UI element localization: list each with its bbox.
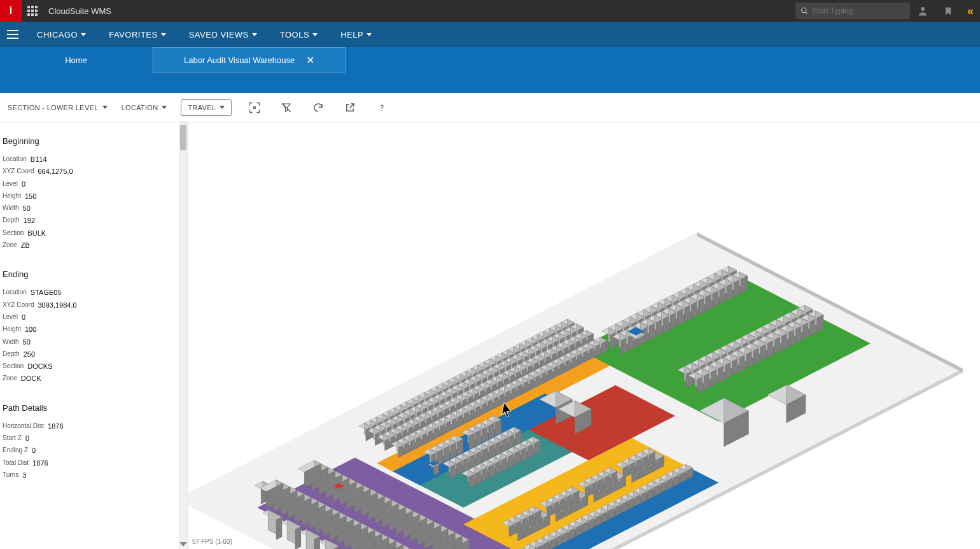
detail-value: 0 (22, 180, 25, 189)
detail-value: 250 (24, 350, 35, 359)
help-icon[interactable] (373, 99, 391, 117)
section-path-title: Path Details (3, 403, 181, 413)
detail-label: Section (3, 229, 24, 238)
warehouse-3d-viewport[interactable]: 57 FPS (1-60) (188, 122, 980, 549)
panel-scrollbar[interactable] (179, 122, 188, 549)
open-external-icon[interactable] (341, 99, 359, 117)
detail-label: Total Dist (3, 459, 29, 467)
detail-label: Turns (3, 471, 18, 480)
detail-value: 3 (22, 471, 26, 480)
svg-marker-899 (489, 423, 494, 439)
detail-row: Height100 (3, 325, 181, 334)
svg-marker-878 (437, 449, 443, 466)
svg-marker-890 (469, 433, 475, 450)
hamburger-menu-icon[interactable] (0, 34, 25, 35)
tab-label: Labor Audit Visual Warehouse (184, 55, 295, 65)
detail-label: Ending Z (3, 446, 28, 455)
svg-marker-887 (457, 439, 463, 455)
detail-row: Ending Z0 (3, 446, 181, 455)
detail-row: Horizontal Dist1876 (3, 422, 181, 431)
detail-value: 150 (25, 192, 36, 201)
detail-label: Width (3, 338, 19, 346)
dropdown-section[interactable]: SECTION - LOWER LEVEL (8, 104, 108, 111)
detail-row: Level0 (3, 180, 181, 189)
detail-row: Total Dist1876 (3, 459, 181, 467)
svg-point-3 (254, 106, 256, 108)
svg-line-1 (806, 12, 808, 14)
detail-row: Width50 (3, 338, 181, 346)
detail-row: Width50 (3, 204, 181, 213)
svg-point-0 (802, 8, 806, 12)
svg-marker-893 (475, 429, 481, 446)
detail-label: XYZ Coord (3, 167, 34, 176)
detail-value: 664,1275,0 (38, 167, 73, 176)
svg-marker-881 (444, 446, 450, 462)
detail-value: 0 (25, 434, 29, 443)
detail-label: Location (3, 155, 27, 164)
search-input[interactable] (812, 6, 905, 15)
app-launcher-icon[interactable] (22, 6, 43, 16)
search-icon (801, 6, 808, 15)
detail-row: Height150 (3, 192, 181, 201)
detail-row: LocationB114 (3, 155, 181, 164)
detail-value: 100 (25, 325, 36, 334)
detail-value: 3093,1984,0 (38, 301, 76, 310)
filter-off-icon[interactable] (277, 99, 295, 117)
bookmark-icon[interactable] (935, 5, 961, 17)
detail-value: 50 (23, 338, 31, 346)
global-search[interactable] (795, 3, 910, 19)
detail-row: Turns3 (3, 471, 181, 480)
section-beginning-title: Beginning (3, 136, 181, 146)
detail-row: ZoneZB (3, 241, 181, 250)
section-ending-title: Ending (3, 269, 181, 279)
app-logo[interactable]: i (0, 0, 22, 22)
detail-label: Height (3, 192, 21, 201)
svg-point-2 (921, 7, 925, 11)
focus-icon[interactable] (246, 99, 263, 117)
refresh-icon[interactable] (309, 99, 327, 117)
detail-label: XYZ Coord (3, 301, 34, 310)
app-title: CloudSuite WMS (48, 6, 111, 16)
detail-value: 0 (22, 313, 25, 322)
detail-row: Level0 (3, 313, 181, 322)
detail-value: BULK (27, 229, 46, 238)
detail-value: ZB (21, 241, 30, 250)
svg-marker-896 (482, 426, 487, 443)
tab-labor-audit[interactable]: Labor Audit Visual Warehouse ✕ (153, 47, 346, 73)
user-icon[interactable] (910, 5, 935, 17)
close-icon[interactable]: ✕ (306, 54, 314, 66)
dropdown-travel[interactable]: TRAVEL (181, 99, 232, 116)
detail-label: Depth (3, 350, 20, 359)
svg-marker-869 (295, 527, 301, 549)
detail-label: Start Z (3, 434, 22, 443)
nav-favorites[interactable]: FAVORITES (97, 22, 178, 47)
svg-marker-884 (451, 443, 456, 459)
svg-marker-902 (495, 420, 501, 436)
dropdown-location[interactable]: LOCATION (122, 104, 167, 111)
fps-counter: 57 FPS (1-60) (192, 538, 232, 545)
collapse-panel-icon[interactable]: « (961, 4, 980, 18)
nav-chicago[interactable]: CHICAGO (25, 22, 97, 47)
detail-label: Zone (3, 241, 17, 250)
detail-value: DOCK (21, 374, 41, 383)
svg-point-5 (382, 110, 382, 110)
tab-home[interactable]: Home (0, 47, 153, 73)
detail-row: Depth192 (3, 216, 181, 225)
detail-value: 1876 (32, 459, 48, 467)
detail-label: Depth (3, 216, 20, 225)
detail-label: Location (3, 288, 27, 297)
nav-tools[interactable]: TOOLS (269, 22, 329, 47)
detail-row: Start Z0 (3, 434, 181, 443)
detail-value: 0 (32, 446, 36, 455)
detail-row: SectionDOCKS (3, 362, 181, 371)
detail-value: STAGE05 (31, 288, 62, 297)
nav-help[interactable]: HELP (329, 22, 383, 47)
detail-value: DOCKS (27, 362, 52, 371)
detail-label: Height (3, 325, 21, 334)
detail-row: LocationSTAGE05 (3, 288, 181, 297)
detail-row: ZoneDOCK (3, 374, 181, 383)
nav-saved-views[interactable]: SAVED VIEWS (178, 22, 269, 47)
detail-value: B114 (31, 155, 47, 164)
detail-label: Horizontal Dist (3, 422, 44, 431)
detail-label: Level (3, 313, 18, 322)
